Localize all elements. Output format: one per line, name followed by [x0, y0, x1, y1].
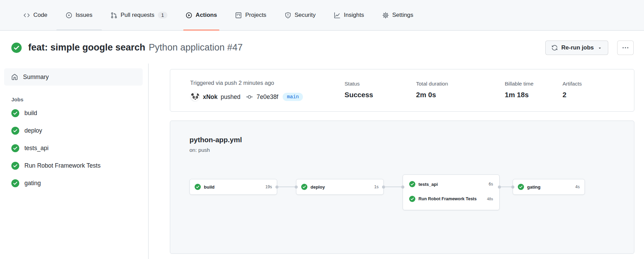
branch-badge[interactable]: main	[283, 93, 303, 101]
header-actions: Re-run jobs	[545, 41, 634, 55]
sidebar-job-gating[interactable]: gating	[4, 174, 143, 192]
node-duration: 4s	[573, 184, 580, 189]
workflow-graph: build 19s deploy 1s	[189, 174, 620, 210]
job-label: deploy	[24, 127, 42, 134]
success-check-icon	[11, 144, 19, 152]
sidebar-job-tests-api[interactable]: tests_api	[4, 139, 143, 157]
git-commit-icon	[246, 94, 253, 100]
run-main: Triggered via push 2 minutes ago	[149, 64, 644, 259]
graph-node-robot-tests[interactable]: Run Robot Framework Tests 48s	[403, 192, 499, 206]
stat-label: Billable time	[505, 81, 563, 87]
panda-avatar-image	[190, 92, 200, 102]
node-label: deploy	[310, 184, 325, 190]
graph-node-tests-api[interactable]: tests_api 6s	[403, 176, 499, 192]
chevron-down-icon	[598, 46, 602, 50]
connector-dot	[498, 185, 501, 189]
stat-label: Artifacts	[563, 81, 614, 87]
insights-graph-icon	[334, 12, 340, 19]
node-duration: 48s	[485, 197, 493, 201]
stat-value: 2	[563, 91, 614, 99]
stat-value: 1m 18s	[505, 91, 563, 99]
tab-security[interactable]: Security	[280, 0, 320, 30]
tab-code[interactable]: Code	[19, 0, 52, 30]
connector-dot	[382, 185, 385, 189]
node-label: gating	[527, 184, 541, 190]
tab-pull-requests[interactable]: Pull requests 1	[106, 0, 172, 30]
graph-node-gating[interactable]: gating 4s	[513, 179, 585, 195]
tab-label: Security	[295, 12, 316, 19]
stat-total-duration: Total duration 2m 0s	[416, 81, 505, 102]
node-duration: 6s	[487, 182, 493, 187]
success-check-icon	[11, 127, 19, 135]
run-sidebar: Summary Jobs build deploy tests_api Run …	[0, 64, 149, 259]
node-label: build	[204, 184, 215, 190]
workflow-graph-card: python-app.yml on: push build 19s deploy…	[170, 121, 634, 254]
workflow-file-name: python-app.yml	[189, 136, 620, 144]
stat-artifacts: Artifacts 2	[563, 81, 614, 102]
connector-dot	[401, 185, 404, 189]
commit-row: xNok pushed 7e0e38f main	[190, 92, 345, 102]
gear-icon	[382, 12, 389, 19]
trigger-block: Triggered via push 2 minutes ago	[190, 80, 345, 102]
success-check-icon	[11, 43, 22, 53]
sidebar-item-summary[interactable]: Summary	[4, 68, 143, 86]
graph-connector	[500, 179, 513, 195]
project-icon	[235, 12, 242, 19]
job-label: build	[24, 110, 37, 117]
actor-login[interactable]: xNok	[203, 93, 218, 101]
sidebar-job-build[interactable]: build	[4, 104, 143, 122]
stat-status: Status Success	[345, 81, 416, 102]
tab-issues[interactable]: Issues	[61, 0, 97, 30]
content-area: Summary Jobs build deploy tests_api Run …	[0, 64, 644, 259]
run-header: feat: simple google search Python applic…	[0, 31, 644, 64]
job-label: Run Robot Framework Tests	[24, 162, 100, 169]
tab-insights[interactable]: Insights	[329, 0, 369, 30]
tab-label: Actions	[196, 12, 217, 19]
avatar[interactable]	[190, 92, 200, 102]
node-duration: 1s	[372, 184, 379, 189]
pull-request-icon	[111, 12, 117, 19]
sidebar-job-deploy[interactable]: deploy	[4, 122, 143, 139]
tab-actions[interactable]: Actions	[181, 0, 221, 30]
connector-dot	[275, 185, 279, 189]
success-check-icon	[195, 184, 201, 190]
tab-label: Code	[33, 12, 47, 19]
connector-dot	[295, 185, 298, 189]
tab-label: Pull requests	[121, 12, 154, 19]
sync-icon	[552, 45, 558, 51]
graph-connector	[384, 179, 403, 195]
rerun-jobs-button[interactable]: Re-run jobs	[545, 41, 608, 55]
connector-dot	[511, 185, 514, 189]
run-stats: Status Success Total duration 2m 0s Bill…	[345, 80, 614, 102]
tab-settings[interactable]: Settings	[378, 0, 418, 30]
graph-connector	[277, 179, 296, 195]
run-summary-card: Triggered via push 2 minutes ago	[170, 69, 634, 112]
connector-line	[279, 187, 295, 187]
graph-node-deploy[interactable]: deploy 1s	[296, 179, 384, 195]
node-duration: 19s	[263, 184, 272, 189]
pull-request-count-badge: 1	[158, 12, 167, 19]
stat-label: Total duration	[416, 81, 505, 87]
stat-label: Status	[345, 81, 416, 87]
sidebar-job-robot-tests[interactable]: Run Robot Framework Tests	[4, 157, 143, 174]
tab-label: Settings	[392, 12, 413, 19]
tab-label: Issues	[76, 12, 92, 19]
success-check-icon	[301, 184, 307, 190]
sidebar-summary-label: Summary	[23, 74, 49, 81]
home-icon	[11, 74, 18, 80]
graph-node-build[interactable]: build 19s	[189, 179, 277, 195]
success-check-icon	[11, 109, 19, 117]
success-check-icon	[409, 196, 415, 202]
run-options-kebab-button[interactable]	[617, 41, 634, 55]
run-workflow-number: Python application #47	[149, 42, 243, 53]
success-check-icon	[409, 181, 415, 187]
success-check-icon	[11, 162, 19, 170]
graph-node-group-tests: tests_api 6s Run Robot Framework Tests 4…	[403, 174, 500, 210]
run-commit-title: feat: simple google search	[28, 42, 145, 53]
commit-sha[interactable]: 7e0e38f	[256, 93, 278, 101]
tab-projects[interactable]: Projects	[231, 0, 271, 30]
tab-label: Projects	[245, 12, 266, 19]
actor-action: pushed	[221, 93, 240, 101]
job-label: tests_api	[24, 145, 48, 152]
issue-icon	[66, 12, 72, 19]
